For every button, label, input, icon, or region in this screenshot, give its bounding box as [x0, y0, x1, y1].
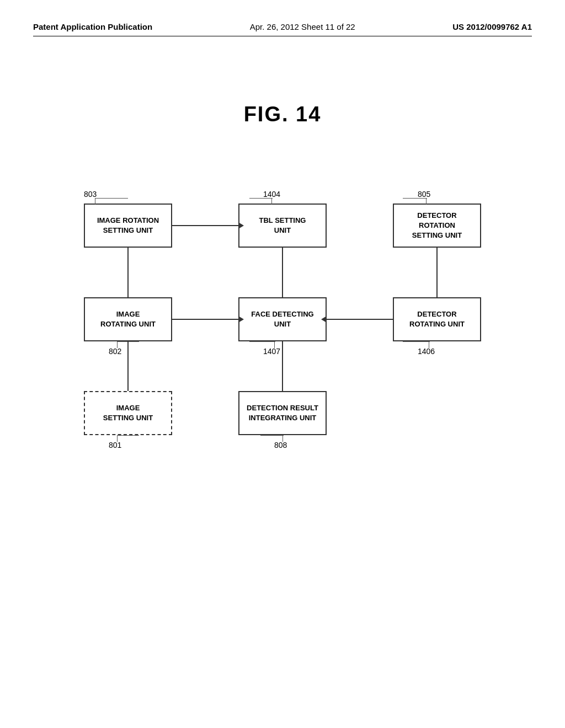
- arrow-802-to-1407: [172, 319, 238, 320]
- page-header: Patent Application Publication Apr. 26, …: [33, 22, 532, 36]
- ref-802: 802: [109, 347, 121, 356]
- box-tbl-setting-unit: TBL SETTINGUNIT: [238, 204, 327, 248]
- header-right: US 2012/0099762 A1: [452, 22, 532, 31]
- arrow-1404-down: [282, 248, 283, 297]
- page: Patent Application Publication Apr. 26, …: [0, 0, 565, 728]
- ref-805: 805: [418, 190, 430, 199]
- box-detector-rotating-unit: DETECTORROTATING UNIT: [393, 297, 481, 341]
- box-image-rotating-unit: IMAGEROTATING UNIT: [84, 297, 172, 341]
- arrow-803-to-1404: [172, 225, 238, 226]
- ref-1407: 1407: [263, 347, 280, 356]
- box-detection-result-integrating-unit: DETECTION RESULTINTEGRATING UNIT: [238, 391, 327, 435]
- arrow-802-down: [127, 341, 129, 391]
- ref-1406: 1406: [418, 347, 435, 356]
- box-detector-rotation-setting-unit: DETECTORROTATIONSETTING UNIT: [393, 204, 481, 248]
- arrow-1407-down: [282, 341, 283, 391]
- arrow-805-down: [436, 248, 438, 297]
- box-face-detecting-unit: FACE DETECTINGUNIT: [238, 297, 327, 341]
- arrow-1406-to-1407: [327, 319, 393, 320]
- diagram-area: IMAGE ROTATIONSETTING UNIT 803 TBL SETTI…: [67, 159, 498, 490]
- box-image-setting-unit: IMAGESETTING UNIT: [84, 391, 172, 435]
- ref-803: 803: [84, 190, 97, 199]
- ref-1404: 1404: [263, 190, 280, 199]
- figure-title: FIG. 14: [33, 103, 532, 126]
- header-left: Patent Application Publication: [33, 22, 152, 31]
- box-image-rotation-setting-unit: IMAGE ROTATIONSETTING UNIT: [84, 204, 172, 248]
- ref-808: 808: [274, 441, 287, 449]
- header-center: Apr. 26, 2012 Sheet 11 of 22: [250, 22, 355, 31]
- arrow-803-down: [127, 248, 129, 297]
- ref-801: 801: [109, 441, 121, 449]
